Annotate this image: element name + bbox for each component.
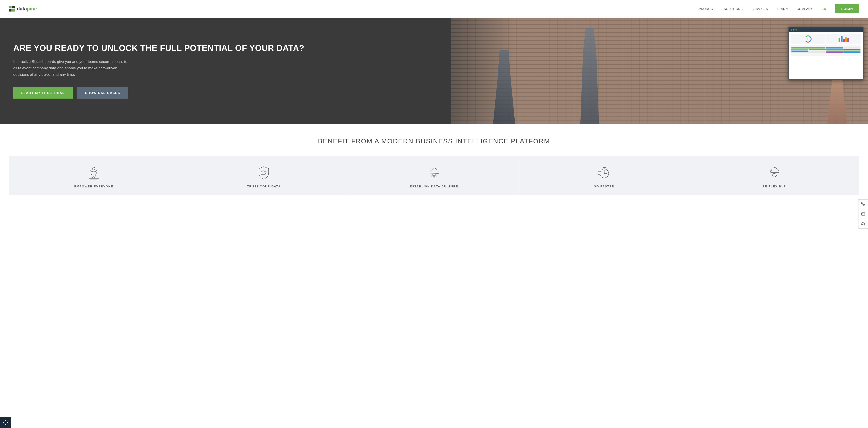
benefit-card-flexible: BE FLEXIBLE <box>689 156 859 195</box>
ring-value: 204 <box>807 38 809 40</box>
nav-solutions[interactable]: SOLUTIONS <box>724 7 743 11</box>
bar-3 <box>843 39 845 42</box>
hero-buttons: START MY FREE TRIAL SHOW USE CASES <box>13 87 438 99</box>
cell-6 <box>843 49 861 50</box>
screen-dot-yellow <box>793 29 795 31</box>
cell-2 <box>826 48 843 49</box>
main-header: datapine PRODUCT SOLUTIONS SERVICES LEAR… <box>0 0 868 18</box>
benefits-cards: EMPOWER EVERYONE TRUST YOUR DATA <box>9 156 859 195</box>
trust-icon <box>256 165 272 180</box>
bar-4 <box>845 37 847 42</box>
logo-icon <box>9 6 15 12</box>
hero-image: 204 <box>451 18 868 124</box>
bar-5 <box>847 38 849 42</box>
bar-2 <box>841 36 842 42</box>
logo[interactable]: datapine <box>9 6 37 12</box>
hero-content: ARE YOU READY TO UNLOCK THE FULL POTENTI… <box>0 18 451 124</box>
dashboard-screen: 204 <box>788 27 864 80</box>
cell-10 <box>792 52 826 53</box>
cell-9 <box>826 51 861 52</box>
culture-icon <box>426 165 442 180</box>
screen-widget-table <box>790 45 861 56</box>
benefit-card-faster: GO FASTER <box>519 156 689 195</box>
svg-rect-2 <box>9 9 11 11</box>
show-use-cases-button[interactable]: SHOW USE CASES <box>77 87 128 99</box>
flexible-icon <box>766 165 782 180</box>
main-nav: PRODUCT SOLUTIONS SERVICES LEARN COMPANY… <box>699 4 859 13</box>
cell-7 <box>792 51 808 52</box>
table-row-2 <box>792 49 861 50</box>
hero-bg: 204 <box>451 18 868 124</box>
nav-learn[interactable]: LEARN <box>777 7 788 11</box>
faster-label: GO FASTER <box>594 185 615 188</box>
hero-section: ARE YOU READY TO UNLOCK THE FULL POTENTI… <box>0 18 868 124</box>
flexible-label: BE FLEXIBLE <box>763 185 786 188</box>
hero-title: ARE YOU READY TO UNLOCK THE FULL POTENTI… <box>13 43 438 53</box>
cell-1 <box>792 48 826 49</box>
table-row-1 <box>792 48 861 49</box>
cell-4 <box>792 49 808 50</box>
nav-services[interactable]: SERVICES <box>751 7 768 11</box>
bar-chart <box>839 36 849 42</box>
benefit-card-trust: TRUST YOUR DATA <box>179 156 349 195</box>
cell-3 <box>843 48 861 49</box>
nav-company[interactable]: COMPANY <box>797 7 813 11</box>
empower-label: EMPOWER EVERYONE <box>74 185 113 188</box>
screen-header <box>789 28 863 32</box>
table-row-4 <box>792 52 861 53</box>
screen-body: 204 <box>789 32 863 57</box>
svg-rect-1 <box>12 6 14 8</box>
benefit-card-empower: EMPOWER EVERYONE <box>9 156 179 195</box>
benefits-section: BENEFIT FROM A MODERN BUSINESS INTELLIGE… <box>0 124 868 195</box>
benefit-card-culture: ESTABLISH DATA CULTURE <box>349 156 519 195</box>
cell-11 <box>826 52 843 53</box>
svg-rect-0 <box>9 6 11 8</box>
screen-widget-gauge: 204 <box>790 34 826 44</box>
cell-5 <box>809 49 843 50</box>
cell-12 <box>843 52 861 53</box>
svg-point-7 <box>432 174 436 176</box>
faster-icon <box>596 165 612 180</box>
empower-icon <box>86 165 102 180</box>
ring-chart: 204 <box>804 35 811 42</box>
login-button[interactable]: LOGIN <box>835 4 859 13</box>
data-table <box>792 48 861 54</box>
screen-dot-green <box>795 29 797 31</box>
svg-rect-3 <box>12 9 14 11</box>
cell-8 <box>809 51 826 52</box>
culture-label: ESTABLISH DATA CULTURE <box>410 185 458 188</box>
hero-subtitle: Interactive BI dashboards give you and y… <box>13 59 128 78</box>
table-row-3 <box>792 51 861 52</box>
svg-point-4 <box>92 167 95 170</box>
screen-widget-bar <box>826 34 861 44</box>
start-trial-button[interactable]: START MY FREE TRIAL <box>13 87 73 99</box>
screen-dot-red <box>791 29 792 31</box>
nav-product[interactable]: PRODUCT <box>699 7 715 11</box>
trust-label: TRUST YOUR DATA <box>247 185 281 188</box>
bar-1 <box>839 38 840 42</box>
language-selector[interactable]: EN <box>822 7 826 11</box>
benefits-title: BENEFIT FROM A MODERN BUSINESS INTELLIGE… <box>9 137 859 145</box>
logo-text: datapine <box>17 6 37 12</box>
